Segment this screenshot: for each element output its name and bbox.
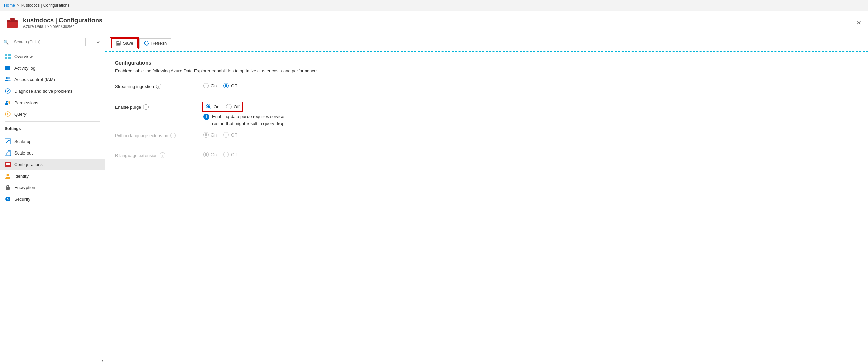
- r-off-circle: [223, 152, 229, 157]
- search-input[interactable]: [11, 38, 86, 46]
- streaming-on-option[interactable]: On: [203, 83, 217, 88]
- svg-rect-7: [8, 57, 11, 59]
- svg-rect-6: [5, 57, 7, 59]
- config-row-python: Python language extension i On Off: [115, 132, 858, 145]
- query-icon: ?: [5, 111, 11, 117]
- streaming-on-circle: [203, 83, 209, 88]
- sidebar-label-scale-up: Scale up: [14, 139, 32, 144]
- identity-icon: [5, 173, 11, 179]
- config-row-wrapper-purge: Enable purge i On Off: [115, 103, 858, 127]
- svg-rect-33: [117, 43, 120, 45]
- sidebar-label-permissions: Permissions: [14, 100, 38, 105]
- svg-rect-32: [117, 41, 119, 42]
- purge-info-icon[interactable]: i: [143, 104, 149, 110]
- r-lang-label: R language extension i: [115, 152, 203, 158]
- purge-hint: i Enabling data purge requires servicere…: [115, 113, 858, 127]
- svg-line-21: [6, 140, 9, 143]
- access-control-icon: [5, 76, 11, 83]
- svg-rect-5: [8, 54, 11, 56]
- sidebar-label-access-control: Access control (IAM): [14, 77, 55, 82]
- sidebar-item-permissions[interactable]: Permissions: [0, 97, 105, 108]
- sidebar-item-security[interactable]: S Security: [0, 193, 105, 205]
- r-info-icon[interactable]: i: [160, 152, 165, 158]
- breadcrumb: Home > kustodocs | Configurations: [0, 0, 868, 11]
- purge-off-option[interactable]: Off: [226, 104, 239, 109]
- svg-line-23: [6, 151, 10, 155]
- scale-out-icon: [5, 150, 11, 156]
- search-icon: 🔍: [3, 40, 9, 45]
- section-title: Configurations: [115, 60, 858, 66]
- purge-radio-group: On Off: [203, 103, 242, 111]
- sidebar-item-activity-log[interactable]: Activity log: [0, 62, 105, 74]
- title-bar: kustodocs | Configurations Azure Data Ex…: [0, 11, 868, 35]
- sidebar-label-diagnose: Diagnose and solve problems: [14, 89, 72, 94]
- svg-rect-3: [11, 18, 14, 21]
- sidebar-label-activity-log: Activity log: [14, 66, 35, 71]
- purge-off-circle: [226, 104, 232, 109]
- page-subtitle: Azure Data Explorer Cluster: [23, 24, 102, 29]
- r-off-label: Off: [231, 152, 237, 157]
- breadcrumb-separator: >: [17, 3, 19, 8]
- streaming-off-circle: [223, 83, 229, 88]
- streaming-off-option[interactable]: Off: [223, 83, 237, 88]
- python-off-circle: [223, 132, 229, 138]
- svg-point-12: [6, 77, 8, 79]
- streaming-info-icon[interactable]: i: [156, 84, 161, 89]
- purge-on-option[interactable]: On: [206, 104, 219, 109]
- purge-off-label: Off: [234, 104, 239, 109]
- scroll-down-arrow[interactable]: ▼: [100, 358, 105, 363]
- main-layout: 🔍 « Overview Activity log: [0, 35, 868, 363]
- svg-point-13: [8, 77, 10, 79]
- content-area: Save Refresh Configurations Enable/disab…: [105, 35, 868, 363]
- sidebar-item-diagnose[interactable]: Diagnose and solve problems: [0, 85, 105, 97]
- svg-rect-11: [6, 69, 9, 69]
- config-row-streaming: Streaming ingestion i On Off: [115, 83, 858, 96]
- purge-hint-icon: i: [203, 114, 209, 120]
- r-radio-group: On Off: [203, 152, 237, 157]
- purge-hint-text: Enabling data purge requires servicerest…: [212, 113, 284, 127]
- sidebar-item-identity[interactable]: Identity: [0, 170, 105, 182]
- scale-up-icon: [5, 138, 11, 144]
- config-row-r: R language extension i On Off: [115, 152, 858, 165]
- python-label: Python language extension i: [115, 132, 203, 138]
- python-on-label: On: [211, 132, 217, 138]
- config-row-purge: Enable purge i On Off: [115, 103, 858, 111]
- sidebar-label-overview: Overview: [14, 54, 33, 59]
- close-button[interactable]: ✕: [856, 19, 861, 27]
- python-on-option: On: [203, 132, 217, 138]
- page-title: kustodocs | Configurations: [23, 17, 102, 24]
- sidebar-item-encryption[interactable]: Encryption: [0, 182, 105, 193]
- content-body: Configurations Enable/disable the follow…: [105, 52, 868, 363]
- sidebar-item-configurations[interactable]: Configurations: [0, 159, 105, 170]
- sidebar-label-identity: Identity: [14, 174, 29, 179]
- sidebar-label-query: Query: [14, 112, 26, 117]
- settings-section-label: Settings: [0, 123, 105, 132]
- r-on-option: On: [203, 152, 217, 157]
- nav-divider-2: [5, 134, 100, 134]
- overview-icon: [5, 53, 11, 59]
- python-off-option: Off: [223, 132, 237, 138]
- save-button[interactable]: Save: [111, 38, 138, 48]
- refresh-button[interactable]: Refresh: [139, 38, 171, 48]
- python-on-circle: [203, 132, 209, 138]
- svg-rect-10: [6, 68, 8, 68]
- title-text-group: kustodocs | Configurations Azure Data Ex…: [23, 17, 102, 29]
- breadcrumb-home[interactable]: Home: [4, 3, 15, 8]
- search-bar: 🔍 «: [0, 35, 105, 49]
- collapse-sidebar-button[interactable]: «: [95, 39, 102, 46]
- python-info-icon[interactable]: i: [170, 133, 176, 138]
- toolbar: Save Refresh: [105, 35, 868, 52]
- sidebar-item-scale-up[interactable]: Scale up: [0, 135, 105, 147]
- sidebar-item-query[interactable]: ? Query: [0, 108, 105, 120]
- r-on-label: On: [211, 152, 217, 157]
- svg-rect-9: [6, 67, 10, 67]
- sidebar-item-scale-out[interactable]: Scale out: [0, 147, 105, 159]
- security-icon: S: [5, 196, 11, 202]
- streaming-on-label: On: [211, 83, 217, 88]
- svg-text:?: ?: [7, 113, 9, 116]
- sidebar-item-overview[interactable]: Overview: [0, 51, 105, 62]
- sidebar-item-access-control[interactable]: Access control (IAM): [0, 74, 105, 85]
- purge-on-label: On: [214, 104, 219, 109]
- resource-icon: [5, 17, 19, 29]
- r-off-option: Off: [223, 152, 237, 157]
